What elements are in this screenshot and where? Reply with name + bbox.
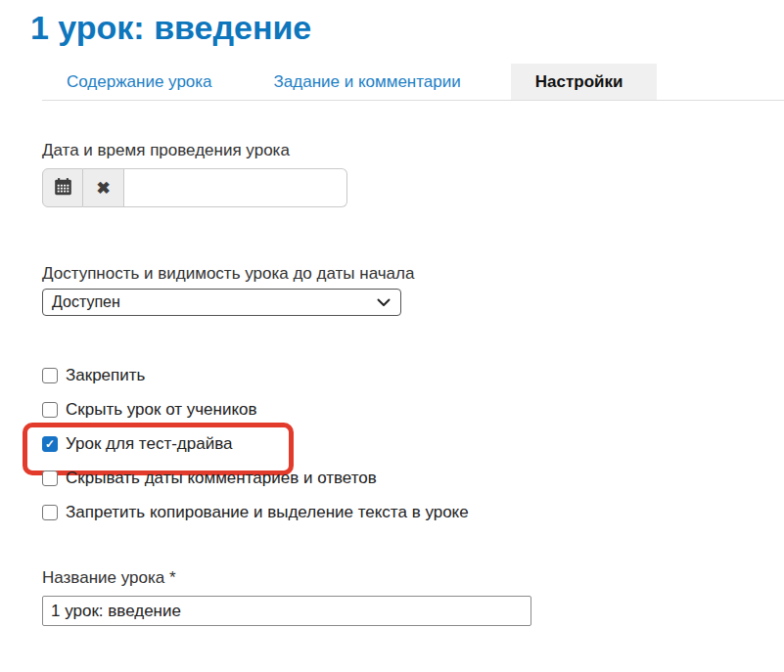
- date-time-field: Дата и время проведения урока: [42, 141, 784, 207]
- checkbox-row-hide-comment-dates[interactable]: Скрывать даты комментариев и ответов: [42, 470, 377, 487]
- checkbox-label: Скрыть урок от учеников: [66, 400, 257, 420]
- tab-assignment-comments[interactable]: Задание и комментарии: [250, 64, 485, 100]
- checkbox[interactable]: [42, 505, 58, 520]
- lesson-name-field: Название урока *: [42, 568, 784, 626]
- checkbox[interactable]: [42, 368, 58, 383]
- x-icon: ✖: [96, 180, 110, 197]
- checkbox-row-hide-lesson[interactable]: Скрыть урок от учеников: [42, 401, 257, 419]
- clear-date-button[interactable]: ✖: [83, 168, 124, 207]
- calendar-icon: [54, 178, 72, 199]
- lesson-name-label: Название урока *: [42, 568, 784, 588]
- page-title: 1 урок: введение: [30, 8, 784, 47]
- tab-lesson-content[interactable]: Содержание урока: [42, 64, 237, 100]
- availability-selected-value: Доступен: [52, 293, 120, 311]
- date-time-input[interactable]: [124, 168, 347, 207]
- settings-form: Дата и время проведения урока: [42, 141, 784, 626]
- checkbox-row-forbid-copy[interactable]: Запретить копирование и выделение текста…: [42, 504, 469, 521]
- availability-label: Доступность и видимость урока до даты на…: [42, 264, 784, 284]
- lesson-name-input[interactable]: [42, 596, 531, 626]
- checkbox-label: Запретить копирование и выделение текста…: [66, 503, 469, 522]
- lesson-settings-page: 1 урок: введение Содержание урока Задани…: [0, 8, 784, 672]
- checkbox-label: Закрепить: [66, 366, 145, 385]
- tab-settings[interactable]: Настройки: [511, 64, 658, 100]
- checkbox[interactable]: [42, 470, 58, 486]
- checkbox-row-pin[interactable]: Закрепить: [42, 367, 145, 384]
- checkbox-row-test-drive[interactable]: Урок для тест-драйва: [42, 435, 233, 453]
- availability-select[interactable]: Доступен: [42, 289, 401, 316]
- checkbox-label: Урок для тест-драйва: [66, 434, 233, 454]
- availability-field: Доступность и видимость урока до даты на…: [42, 264, 784, 316]
- date-time-label: Дата и время проведения урока: [42, 141, 784, 160]
- tab-bar: Содержание урока Задание и комментарии Н…: [42, 64, 784, 101]
- lesson-options-list: Закрепить Скрыть урок от учеников Урок д…: [42, 367, 784, 521]
- calendar-button[interactable]: [42, 168, 83, 207]
- checkbox[interactable]: [42, 402, 58, 418]
- date-time-input-group: ✖: [42, 168, 347, 207]
- checkbox-label: Скрывать даты комментариев и ответов: [66, 469, 377, 488]
- chevron-down-icon: [377, 293, 391, 311]
- checkbox[interactable]: [42, 436, 58, 452]
